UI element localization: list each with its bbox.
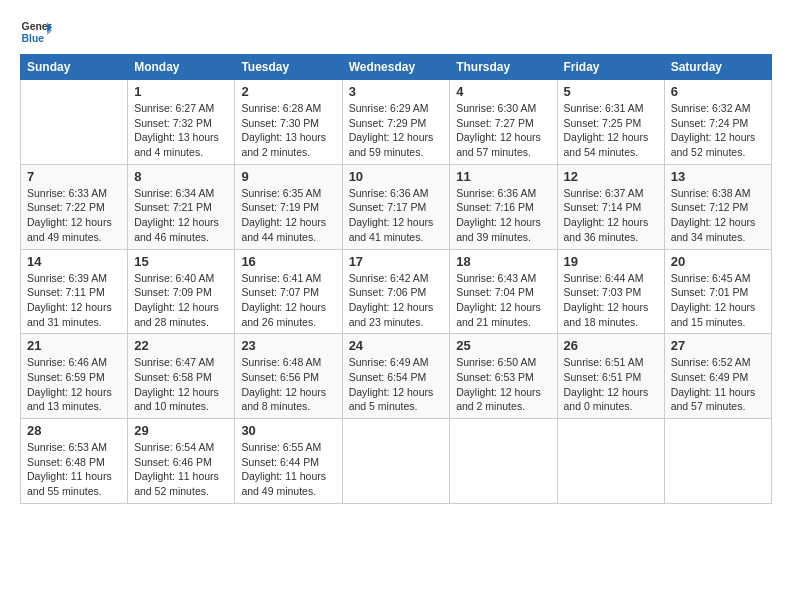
day-number: 9 [241,169,335,184]
day-number: 8 [134,169,228,184]
day-number: 25 [456,338,550,353]
day-cell: 17Sunrise: 6:42 AMSunset: 7:06 PMDayligh… [342,249,450,334]
day-number: 14 [27,254,121,269]
day-cell: 8Sunrise: 6:34 AMSunset: 7:21 PMDaylight… [128,164,235,249]
day-cell: 18Sunrise: 6:43 AMSunset: 7:04 PMDayligh… [450,249,557,334]
day-cell: 6Sunrise: 6:32 AMSunset: 7:24 PMDaylight… [664,80,771,165]
day-number: 10 [349,169,444,184]
day-info: Sunrise: 6:51 AMSunset: 6:51 PMDaylight:… [564,355,658,414]
weekday-header-wednesday: Wednesday [342,55,450,80]
day-info: Sunrise: 6:45 AMSunset: 7:01 PMDaylight:… [671,271,765,330]
day-info: Sunrise: 6:43 AMSunset: 7:04 PMDaylight:… [456,271,550,330]
day-info: Sunrise: 6:35 AMSunset: 7:19 PMDaylight:… [241,186,335,245]
calendar-table: SundayMondayTuesdayWednesdayThursdayFrid… [20,54,772,504]
day-info: Sunrise: 6:36 AMSunset: 7:16 PMDaylight:… [456,186,550,245]
day-cell: 5Sunrise: 6:31 AMSunset: 7:25 PMDaylight… [557,80,664,165]
day-number: 21 [27,338,121,353]
day-info: Sunrise: 6:54 AMSunset: 6:46 PMDaylight:… [134,440,228,499]
day-info: Sunrise: 6:46 AMSunset: 6:59 PMDaylight:… [27,355,121,414]
day-number: 27 [671,338,765,353]
day-number: 15 [134,254,228,269]
day-cell [664,419,771,504]
day-number: 28 [27,423,121,438]
day-number: 20 [671,254,765,269]
day-info: Sunrise: 6:32 AMSunset: 7:24 PMDaylight:… [671,101,765,160]
weekday-header-tuesday: Tuesday [235,55,342,80]
day-cell: 20Sunrise: 6:45 AMSunset: 7:01 PMDayligh… [664,249,771,334]
day-number: 16 [241,254,335,269]
day-cell [557,419,664,504]
day-info: Sunrise: 6:42 AMSunset: 7:06 PMDaylight:… [349,271,444,330]
day-cell: 1Sunrise: 6:27 AMSunset: 7:32 PMDaylight… [128,80,235,165]
day-cell: 19Sunrise: 6:44 AMSunset: 7:03 PMDayligh… [557,249,664,334]
day-cell: 3Sunrise: 6:29 AMSunset: 7:29 PMDaylight… [342,80,450,165]
weekday-header-sunday: Sunday [21,55,128,80]
day-cell: 15Sunrise: 6:40 AMSunset: 7:09 PMDayligh… [128,249,235,334]
day-cell: 4Sunrise: 6:30 AMSunset: 7:27 PMDaylight… [450,80,557,165]
day-cell [342,419,450,504]
day-info: Sunrise: 6:41 AMSunset: 7:07 PMDaylight:… [241,271,335,330]
day-number: 2 [241,84,335,99]
day-number: 18 [456,254,550,269]
week-row-2: 7Sunrise: 6:33 AMSunset: 7:22 PMDaylight… [21,164,772,249]
page-header: General Blue [20,16,772,48]
day-info: Sunrise: 6:55 AMSunset: 6:44 PMDaylight:… [241,440,335,499]
day-cell: 11Sunrise: 6:36 AMSunset: 7:16 PMDayligh… [450,164,557,249]
day-number: 1 [134,84,228,99]
day-info: Sunrise: 6:34 AMSunset: 7:21 PMDaylight:… [134,186,228,245]
day-info: Sunrise: 6:30 AMSunset: 7:27 PMDaylight:… [456,101,550,160]
logo: General Blue [20,16,52,48]
weekday-header-monday: Monday [128,55,235,80]
week-row-1: 1Sunrise: 6:27 AMSunset: 7:32 PMDaylight… [21,80,772,165]
week-row-4: 21Sunrise: 6:46 AMSunset: 6:59 PMDayligh… [21,334,772,419]
day-cell [21,80,128,165]
day-number: 17 [349,254,444,269]
day-number: 23 [241,338,335,353]
day-number: 26 [564,338,658,353]
weekday-header-friday: Friday [557,55,664,80]
day-info: Sunrise: 6:33 AMSunset: 7:22 PMDaylight:… [27,186,121,245]
day-info: Sunrise: 6:40 AMSunset: 7:09 PMDaylight:… [134,271,228,330]
day-cell: 7Sunrise: 6:33 AMSunset: 7:22 PMDaylight… [21,164,128,249]
day-number: 22 [134,338,228,353]
day-cell: 13Sunrise: 6:38 AMSunset: 7:12 PMDayligh… [664,164,771,249]
day-cell: 23Sunrise: 6:48 AMSunset: 6:56 PMDayligh… [235,334,342,419]
day-cell: 16Sunrise: 6:41 AMSunset: 7:07 PMDayligh… [235,249,342,334]
day-number: 5 [564,84,658,99]
day-info: Sunrise: 6:48 AMSunset: 6:56 PMDaylight:… [241,355,335,414]
week-row-3: 14Sunrise: 6:39 AMSunset: 7:11 PMDayligh… [21,249,772,334]
day-number: 24 [349,338,444,353]
day-number: 4 [456,84,550,99]
day-info: Sunrise: 6:27 AMSunset: 7:32 PMDaylight:… [134,101,228,160]
day-info: Sunrise: 6:47 AMSunset: 6:58 PMDaylight:… [134,355,228,414]
day-cell: 2Sunrise: 6:28 AMSunset: 7:30 PMDaylight… [235,80,342,165]
day-info: Sunrise: 6:39 AMSunset: 7:11 PMDaylight:… [27,271,121,330]
weekday-header-thursday: Thursday [450,55,557,80]
day-cell: 29Sunrise: 6:54 AMSunset: 6:46 PMDayligh… [128,419,235,504]
day-number: 3 [349,84,444,99]
day-info: Sunrise: 6:50 AMSunset: 6:53 PMDaylight:… [456,355,550,414]
day-info: Sunrise: 6:44 AMSunset: 7:03 PMDaylight:… [564,271,658,330]
header-row: SundayMondayTuesdayWednesdayThursdayFrid… [21,55,772,80]
day-info: Sunrise: 6:52 AMSunset: 6:49 PMDaylight:… [671,355,765,414]
day-info: Sunrise: 6:29 AMSunset: 7:29 PMDaylight:… [349,101,444,160]
day-number: 6 [671,84,765,99]
day-number: 19 [564,254,658,269]
day-number: 30 [241,423,335,438]
day-cell: 24Sunrise: 6:49 AMSunset: 6:54 PMDayligh… [342,334,450,419]
day-cell: 27Sunrise: 6:52 AMSunset: 6:49 PMDayligh… [664,334,771,419]
day-cell [450,419,557,504]
week-row-5: 28Sunrise: 6:53 AMSunset: 6:48 PMDayligh… [21,419,772,504]
day-number: 12 [564,169,658,184]
day-info: Sunrise: 6:28 AMSunset: 7:30 PMDaylight:… [241,101,335,160]
day-info: Sunrise: 6:53 AMSunset: 6:48 PMDaylight:… [27,440,121,499]
day-number: 7 [27,169,121,184]
day-number: 11 [456,169,550,184]
day-cell: 9Sunrise: 6:35 AMSunset: 7:19 PMDaylight… [235,164,342,249]
day-cell: 26Sunrise: 6:51 AMSunset: 6:51 PMDayligh… [557,334,664,419]
day-info: Sunrise: 6:31 AMSunset: 7:25 PMDaylight:… [564,101,658,160]
svg-text:Blue: Blue [22,33,45,44]
day-cell: 21Sunrise: 6:46 AMSunset: 6:59 PMDayligh… [21,334,128,419]
day-cell: 25Sunrise: 6:50 AMSunset: 6:53 PMDayligh… [450,334,557,419]
day-info: Sunrise: 6:38 AMSunset: 7:12 PMDaylight:… [671,186,765,245]
